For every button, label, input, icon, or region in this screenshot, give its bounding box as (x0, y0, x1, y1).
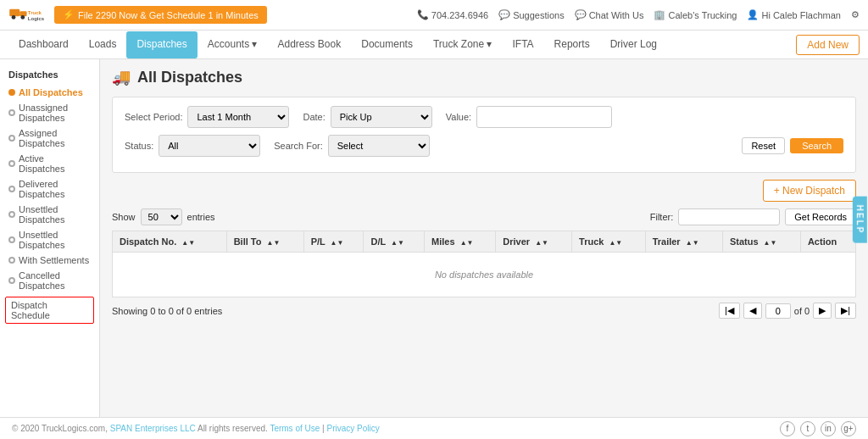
truck-icon: 🚚 (112, 68, 131, 86)
privacy-link[interactable]: Privacy Policy (326, 424, 379, 433)
sort-arrows-icon: ▲▼ (391, 240, 404, 247)
help-tab[interactable]: HELP (853, 197, 867, 243)
sort-arrows-icon: ▲▼ (609, 240, 622, 247)
sidebar-item-all-dispatches[interactable]: All Dispatches (0, 85, 99, 100)
filter-form: Select Period: Last 1 Month Last 3 Month… (112, 97, 856, 173)
main-content: 🚚 All Dispatches Select Period: Last 1 M… (100, 59, 868, 417)
sidebar-item-unsettled[interactable]: Unsettled Dispatches (0, 202, 99, 227)
dot-icon (8, 211, 15, 218)
sidebar-schedule-label: Dispatch Schedule (11, 300, 88, 320)
facebook-icon[interactable]: f (780, 421, 795, 436)
nav-dispatches[interactable]: Dispatches (126, 31, 197, 58)
get-records-button[interactable]: Get Records (785, 208, 856, 225)
search-for-select[interactable]: Select Dispatch No Driver Truck (328, 135, 430, 157)
col-pl[interactable]: P/L ▲▼ (303, 231, 364, 253)
sidebar-item-delivered[interactable]: Delivered Dispatches (0, 176, 99, 202)
top-banner-left: Truck Logics ⚡ File 2290 Now & Get Sched… (8, 3, 267, 27)
filter-input[interactable] (678, 208, 780, 225)
value-input[interactable] (476, 106, 612, 128)
linkedin-icon[interactable]: in (821, 421, 836, 436)
sidebar-item-unsettled2[interactable]: Unsettled Dispatches (0, 227, 99, 253)
page-title-row: 🚚 All Dispatches (112, 68, 856, 86)
sidebar-label: Assigned Dispatches (19, 128, 91, 148)
show-select[interactable]: 10 25 50 100 (141, 208, 182, 225)
company-name: Caleb's Trucking (668, 10, 737, 20)
last-page-button[interactable]: ▶| (835, 303, 856, 319)
sidebar-label: Unsettled Dispatches (19, 230, 91, 250)
settings-icon[interactable]: ⚙ (851, 9, 860, 20)
nav-documents[interactable]: Documents (351, 31, 423, 58)
col-trailer[interactable]: Trailer ▲▼ (645, 231, 722, 253)
company-link[interactable]: 🏢 Caleb's Trucking (654, 9, 737, 20)
cta-button[interactable]: ⚡ File 2290 Now & Get Schedule 1 in Minu… (54, 6, 267, 24)
dot-icon (8, 135, 15, 142)
suggestions-label: Suggestions (513, 10, 565, 20)
nav-ifta[interactable]: IFTA (503, 31, 544, 58)
pagination-bar: Showing 0 to 0 of 0 entries |◀ ◀ of 0 ▶ … (112, 303, 856, 319)
next-page-button[interactable]: ▶ (813, 303, 832, 319)
googleplus-icon[interactable]: g+ (841, 421, 856, 436)
prev-page-button[interactable]: ◀ (743, 303, 762, 319)
pagination-controls: |◀ ◀ of 0 ▶ ▶| (719, 303, 856, 319)
col-dispatch-no[interactable]: Dispatch No. ▲▼ (113, 231, 227, 253)
sidebar-label: Active Dispatches (19, 153, 91, 174)
sidebar-item-active[interactable]: Active Dispatches (0, 151, 99, 176)
first-page-button[interactable]: |◀ (719, 303, 740, 319)
nav-driver-log[interactable]: Driver Log (600, 31, 667, 58)
reset-button[interactable]: Reset (742, 137, 785, 154)
twitter-icon[interactable]: t (800, 421, 815, 436)
value-label: Value: (446, 112, 471, 122)
showing-text: Showing 0 to 0 of 0 entries (112, 306, 222, 316)
nav-address-book[interactable]: Address Book (268, 31, 352, 58)
user-name: Hi Caleb Flachman (761, 10, 841, 20)
svg-rect-0 (9, 8, 19, 15)
phone-link[interactable]: 📞 704.234.6946 (417, 9, 488, 20)
sidebar-title: Dispatches (0, 66, 99, 85)
show-label: Show (112, 212, 136, 222)
filter-row-2: Status: All Active Delivered Cancelled S… (125, 135, 843, 157)
sidebar-item-unassigned[interactable]: Unassigned Dispatches (0, 100, 99, 125)
col-label: Bill To (234, 236, 262, 247)
dot-icon (8, 160, 15, 167)
lightning-icon: ⚡ (63, 9, 75, 20)
sidebar-item-cancelled[interactable]: Cancelled Dispatches (0, 268, 99, 293)
col-label: Trailer (653, 236, 681, 247)
nav-dashboard[interactable]: Dashboard (8, 31, 79, 58)
page-input[interactable] (765, 303, 791, 319)
col-truck[interactable]: Truck ▲▼ (572, 231, 646, 253)
search-button[interactable]: Search (790, 138, 843, 153)
svg-text:Logics: Logics (28, 16, 45, 21)
sort-arrows-icon: ▲▼ (764, 240, 777, 247)
terms-link[interactable]: Terms of Use (270, 424, 320, 433)
main-layout: Dispatches All Dispatches Unassigned Dis… (0, 59, 868, 417)
suggestions-link[interactable]: 💬 Suggestions (498, 9, 565, 20)
col-driver[interactable]: Driver ▲▼ (496, 231, 572, 253)
nav-loads[interactable]: Loads (79, 31, 127, 58)
user-link[interactable]: 👤 Hi Caleb Flachman (747, 9, 841, 20)
add-new-button[interactable]: Add New (796, 35, 860, 55)
sidebar-label: Unsettled Dispatches (19, 204, 91, 225)
nav-reports[interactable]: Reports (544, 31, 600, 58)
status-select[interactable]: All Active Delivered Cancelled (159, 135, 260, 157)
nav-truck-zone[interactable]: Truck Zone ▾ (423, 31, 503, 58)
dot-icon (8, 89, 15, 96)
company-link[interactable]: SPAN Enterprises LLC (110, 424, 196, 433)
col-bill-to[interactable]: Bill To ▲▼ (226, 231, 303, 253)
date-select[interactable]: Pick Up Delivery (331, 106, 432, 128)
chat-icon: 💬 (575, 9, 587, 20)
sidebar-item-assigned[interactable]: Assigned Dispatches (0, 125, 99, 151)
sidebar-item-schedule[interactable]: Dispatch Schedule (5, 297, 94, 324)
col-dl[interactable]: D/L ▲▼ (364, 231, 425, 253)
date-label: Date: (303, 112, 325, 122)
col-label: Miles (431, 236, 455, 247)
col-status[interactable]: Status ▲▼ (722, 231, 800, 253)
period-select[interactable]: Last 1 Month Last 3 Months Last 6 Months… (187, 106, 289, 128)
sidebar-item-settlements[interactable]: With Settlements (0, 253, 99, 268)
chat-link[interactable]: 💬 Chat With Us (575, 9, 644, 20)
sort-arrows-icon: ▲▼ (181, 240, 195, 247)
rights: All rights reserved. (198, 424, 268, 433)
phone-icon: 📞 (417, 9, 429, 20)
new-dispatch-button[interactable]: + New Dispatch (763, 180, 856, 202)
col-miles[interactable]: Miles ▲▼ (425, 231, 496, 253)
nav-accounts[interactable]: Accounts ▾ (198, 31, 268, 58)
